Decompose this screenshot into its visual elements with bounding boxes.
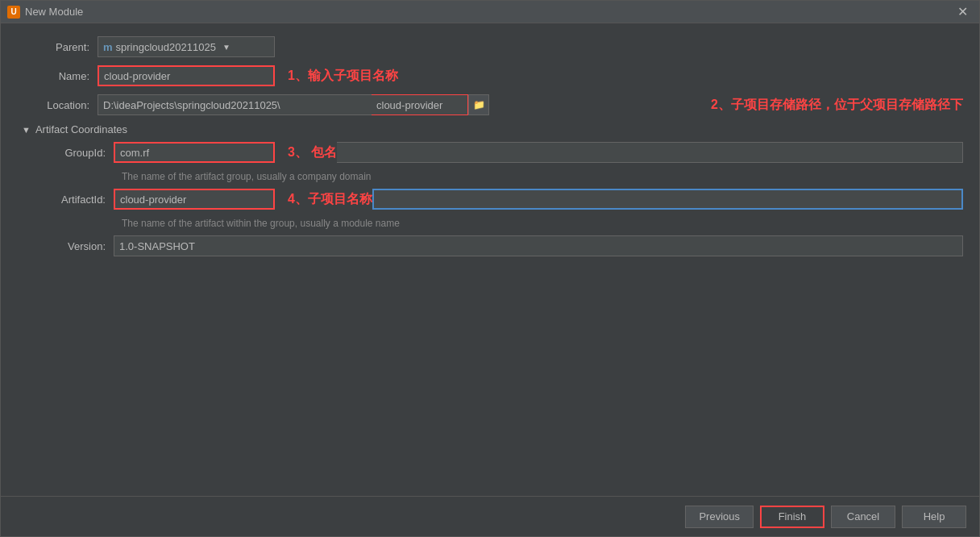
- browse-button[interactable]: 📁: [468, 94, 489, 115]
- parent-dropdown[interactable]: m springcloud20211025 ▼: [98, 36, 275, 57]
- location-annotation: 2、子项目存储路径，位于父项目存储路径下: [711, 97, 963, 114]
- artifactid-input-full[interactable]: [372, 189, 963, 210]
- version-input[interactable]: [114, 235, 963, 256]
- help-button[interactable]: Help: [902, 506, 966, 528]
- version-row: Version:: [33, 235, 963, 256]
- location-label: Location:: [17, 99, 98, 111]
- parent-label: Parent:: [17, 41, 98, 53]
- parent-row: Parent: m springcloud20211025 ▼: [17, 36, 963, 57]
- artifact-section-title: Artifact Coordinates: [35, 123, 127, 135]
- groupid-annotation: 3、 包名: [288, 144, 337, 161]
- location-subpath-input[interactable]: [372, 94, 468, 115]
- dialog-footer: Previous Finish Cancel Help: [1, 496, 979, 536]
- parent-value: springcloud20211025: [116, 41, 216, 53]
- chevron-down-icon: ▼: [222, 43, 230, 52]
- artifactid-label: ArtifactId:: [33, 194, 114, 206]
- parent-module-icon: m: [103, 41, 113, 53]
- artifact-section-header[interactable]: ▼ Artifact Coordinates: [17, 123, 963, 135]
- collapse-icon: ▼: [22, 125, 31, 135]
- name-input[interactable]: [98, 65, 275, 86]
- location-path-input[interactable]: [98, 94, 372, 115]
- artifactid-row: ArtifactId: 4、子项目名称: [33, 189, 963, 210]
- version-label: Version:: [33, 240, 114, 252]
- dialog-window: U New Module ✕ Parent: m springcloud2021…: [0, 0, 980, 537]
- groupid-label: GroupId:: [33, 147, 114, 159]
- location-input-group: 📁: [98, 94, 698, 115]
- previous-button[interactable]: Previous: [685, 506, 754, 528]
- name-annotation: 1、输入子项目名称: [288, 68, 398, 85]
- title-bar: U New Module ✕: [1, 1, 979, 23]
- dialog-content: Parent: m springcloud20211025 ▼ Name: 1、…: [1, 23, 979, 496]
- close-button[interactable]: ✕: [953, 2, 973, 21]
- groupid-row: GroupId: 3、 包名: [33, 142, 963, 163]
- groupid-input-full[interactable]: [337, 142, 963, 163]
- artifactid-input[interactable]: [114, 189, 275, 210]
- finish-button[interactable]: Finish: [760, 506, 824, 528]
- name-label: Name:: [17, 70, 98, 82]
- artifactid-hint: The name of the artifact within the grou…: [122, 218, 963, 229]
- name-row: Name: 1、输入子项目名称: [17, 65, 963, 86]
- artifactid-annotation: 4、子项目名称: [288, 191, 372, 208]
- cancel-button[interactable]: Cancel: [831, 506, 895, 528]
- groupid-input[interactable]: [114, 142, 275, 163]
- app-icon: U: [7, 6, 20, 19]
- window-title: New Module: [25, 6, 953, 18]
- groupid-hint: The name of the artifact group, usually …: [122, 171, 963, 182]
- location-row: Location: 📁 2、子项目存储路径，位于父项目存储路径下: [17, 94, 963, 115]
- artifact-section-content: GroupId: 3、 包名 The name of the artifact …: [17, 142, 963, 256]
- folder-icon: 📁: [473, 99, 485, 110]
